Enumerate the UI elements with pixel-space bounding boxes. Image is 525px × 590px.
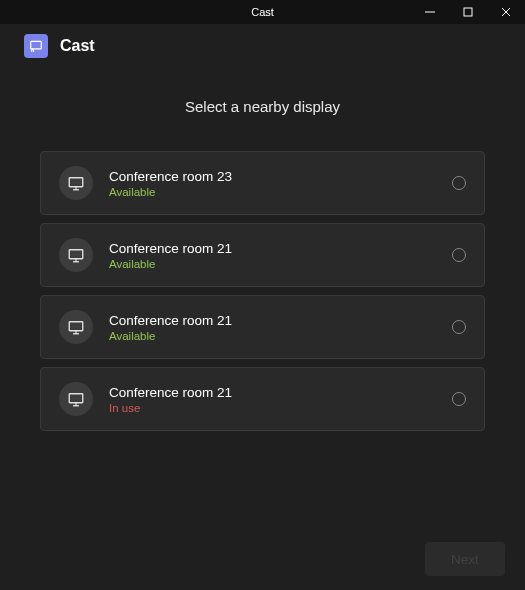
svg-rect-5 [69, 178, 83, 187]
next-button[interactable]: Next [425, 542, 505, 576]
cast-app-icon [24, 34, 48, 58]
device-status: Available [109, 330, 436, 342]
device-name: Conference room 23 [109, 169, 436, 184]
header-title: Cast [60, 37, 95, 55]
device-name: Conference room 21 [109, 313, 436, 328]
device-item[interactable]: Conference room 21 In use [40, 367, 485, 431]
radio-button[interactable] [452, 248, 466, 262]
radio-button[interactable] [452, 176, 466, 190]
device-info: Conference room 21 In use [109, 385, 436, 414]
maximize-icon [463, 7, 473, 17]
footer: Next [425, 542, 505, 576]
display-icon [59, 310, 93, 344]
device-name: Conference room 21 [109, 241, 436, 256]
svg-rect-1 [464, 8, 472, 16]
page-subtitle: Select a nearby display [40, 98, 485, 115]
content: Select a nearby display Conference room … [0, 68, 525, 431]
close-button[interactable] [487, 0, 525, 24]
svg-rect-4 [31, 41, 42, 49]
svg-rect-11 [69, 322, 83, 331]
svg-rect-8 [69, 250, 83, 259]
minimize-button[interactable] [411, 0, 449, 24]
header: Cast [0, 24, 525, 68]
minimize-icon [425, 7, 435, 17]
titlebar: Cast [0, 0, 525, 24]
device-item[interactable]: Conference room 21 Available [40, 223, 485, 287]
svg-rect-14 [69, 394, 83, 403]
radio-button[interactable] [452, 320, 466, 334]
device-status: In use [109, 402, 436, 414]
display-icon [59, 238, 93, 272]
titlebar-title: Cast [251, 6, 274, 18]
display-icon [59, 382, 93, 416]
device-item[interactable]: Conference room 23 Available [40, 151, 485, 215]
device-status: Available [109, 186, 436, 198]
device-name: Conference room 21 [109, 385, 436, 400]
close-icon [501, 7, 511, 17]
device-info: Conference room 21 Available [109, 241, 436, 270]
device-info: Conference room 21 Available [109, 313, 436, 342]
display-icon [59, 166, 93, 200]
device-item[interactable]: Conference room 21 Available [40, 295, 485, 359]
device-status: Available [109, 258, 436, 270]
device-list: Conference room 23 Available Conference … [40, 151, 485, 431]
device-info: Conference room 23 Available [109, 169, 436, 198]
window-controls [411, 0, 525, 24]
maximize-button[interactable] [449, 0, 487, 24]
radio-button[interactable] [452, 392, 466, 406]
